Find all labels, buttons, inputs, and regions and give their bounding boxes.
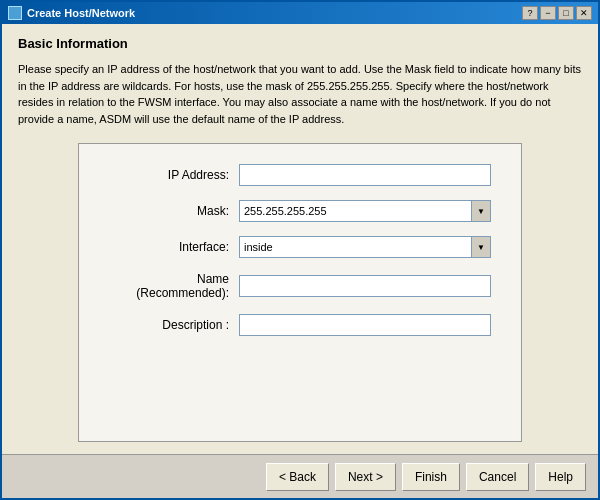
- interface-row: Interface: inside outside dmz ▼: [109, 236, 491, 258]
- description-input[interactable]: [239, 314, 491, 336]
- finish-button[interactable]: Finish: [402, 463, 460, 491]
- cancel-button[interactable]: Cancel: [466, 463, 529, 491]
- titlebar-buttons: ? − □ ✕: [522, 6, 592, 20]
- interface-label: Interface:: [109, 240, 239, 254]
- name-row: Name (Recommended):: [109, 272, 491, 300]
- help-button[interactable]: Help: [535, 463, 586, 491]
- close-button[interactable]: ✕: [576, 6, 592, 20]
- help-titlebar-button[interactable]: ?: [522, 6, 538, 20]
- back-button[interactable]: < Back: [266, 463, 329, 491]
- bottom-bar: < Back Next > Finish Cancel Help: [2, 454, 598, 498]
- description-row: Description :: [109, 314, 491, 336]
- window-icon: [8, 6, 22, 20]
- mask-select[interactable]: 255.255.255.255 255.255.255.0 255.255.0.…: [239, 200, 491, 222]
- form-panel: IP Address: Mask: 255.255.255.255 255.25…: [78, 143, 522, 442]
- ip-address-row: IP Address:: [109, 164, 491, 186]
- window-title: Create Host/Network: [27, 7, 135, 19]
- section-title: Basic Information: [18, 36, 582, 51]
- minimize-button[interactable]: −: [540, 6, 556, 20]
- interface-select-wrapper: inside outside dmz ▼: [239, 236, 491, 258]
- content-area: Basic Information Please specify an IP a…: [2, 24, 598, 454]
- next-button[interactable]: Next >: [335, 463, 396, 491]
- interface-select[interactable]: inside outside dmz: [239, 236, 491, 258]
- ip-address-input[interactable]: [239, 164, 491, 186]
- description-text: Please specify an IP address of the host…: [18, 61, 582, 127]
- mask-row: Mask: 255.255.255.255 255.255.255.0 255.…: [109, 200, 491, 222]
- titlebar: Create Host/Network ? − □ ✕: [2, 2, 598, 24]
- ip-address-label: IP Address:: [109, 168, 239, 182]
- name-label: Name (Recommended):: [109, 272, 239, 300]
- maximize-button[interactable]: □: [558, 6, 574, 20]
- titlebar-left: Create Host/Network: [8, 6, 135, 20]
- description-label: Description :: [109, 318, 239, 332]
- mask-select-wrapper: 255.255.255.255 255.255.255.0 255.255.0.…: [239, 200, 491, 222]
- name-input[interactable]: [239, 275, 491, 297]
- mask-label: Mask:: [109, 204, 239, 218]
- main-window: Create Host/Network ? − □ ✕ Basic Inform…: [0, 0, 600, 500]
